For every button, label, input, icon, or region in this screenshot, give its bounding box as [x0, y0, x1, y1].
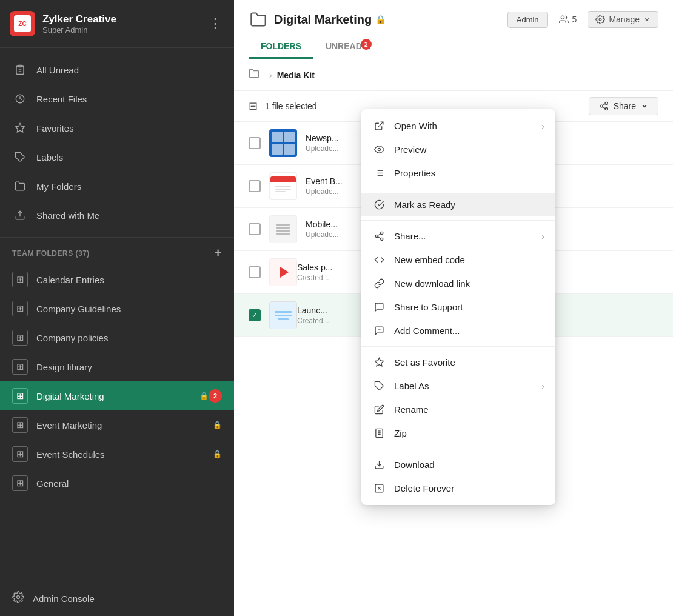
menu-label: New download link: [394, 278, 470, 289]
logo-inner: ZC: [14, 15, 31, 32]
admin-console-item[interactable]: Admin Console: [0, 581, 234, 616]
menu-label: New embed code: [394, 255, 465, 265]
manage-button[interactable]: Manage: [588, 11, 658, 28]
share-icon: [12, 207, 28, 223]
menu-label: Delete Forever: [394, 483, 454, 494]
sidebar-nav: All Unread Recent Files Favorites Labels…: [0, 48, 234, 238]
menu-label: Zip: [394, 428, 407, 438]
sidebar-item-event-marketing[interactable]: ⊞ Event Marketing 🔒: [0, 410, 234, 440]
sidebar-item-label: Recent Files: [36, 94, 87, 104]
svg-point-11: [600, 105, 603, 107]
file-thumbnail: [269, 215, 297, 243]
sidebar-item-company-policies[interactable]: ⊞ Company policies: [0, 323, 234, 352]
menu-label: Rename: [394, 404, 429, 415]
svg-point-16: [378, 148, 380, 150]
sidebar-item-favorites[interactable]: Favorites: [0, 113, 234, 142]
more-options-icon[interactable]: ⋮: [206, 13, 224, 34]
menu-divider: [361, 220, 555, 221]
preview-icon: [372, 144, 386, 155]
breadcrumb: › Media Kit: [234, 59, 673, 91]
sidebar-item-event-schedules[interactable]: ⊞ Event Schedules 🔒: [0, 440, 234, 469]
menu-item-preview[interactable]: Preview: [361, 138, 555, 161]
team-folder-label: Event Schedules: [36, 449, 209, 460]
menu-item-open-with[interactable]: Open With ›: [361, 114, 555, 138]
zip-icon: [270, 216, 296, 243]
menu-item-new-embed-code[interactable]: New embed code: [361, 248, 555, 272]
sidebar-header: ZC Zylker Creative Super Admin ⋮: [0, 0, 234, 48]
page-title: Digital Marketing: [274, 13, 372, 27]
sidebar-item-label: Shared with Me: [36, 210, 99, 221]
menu-label: Preview: [394, 144, 426, 155]
menu-item-properties[interactable]: Properties: [361, 161, 555, 185]
context-menu: Open With › Preview Properties Mark as R…: [361, 109, 555, 505]
members-button[interactable]: 5: [554, 12, 582, 27]
share-button[interactable]: Share: [589, 97, 658, 115]
share-icon: [372, 231, 386, 241]
menu-item-new-download-link[interactable]: New download link: [361, 272, 555, 295]
sidebar-item-all-unread[interactable]: All Unread: [0, 55, 234, 84]
sidebar-item-label: All Unread: [36, 65, 79, 75]
team-folder-label: Event Marketing: [36, 420, 209, 430]
team-folder-label: Company Guidelines: [36, 304, 222, 314]
sidebar-item-company-guidelines[interactable]: ⊞ Company Guidelines: [0, 294, 234, 323]
open-with-icon: [372, 121, 386, 131]
sidebar-item-recent-files[interactable]: Recent Files: [0, 84, 234, 113]
svg-point-25: [380, 238, 383, 240]
sidebar-item-calendar-entries[interactable]: ⊞ Calendar Entries: [0, 265, 234, 294]
menu-item-label-as[interactable]: Label As ›: [361, 374, 555, 398]
file-checkbox[interactable]: ✓: [249, 309, 261, 321]
favorite-icon: [372, 357, 386, 367]
menu-label: Open With: [394, 121, 437, 131]
sidebar: ZC Zylker Creative Super Admin ⋮ All Unr…: [0, 0, 234, 616]
svg-line-13: [602, 107, 605, 109]
team-folder-icon: ⊞: [12, 301, 28, 316]
menu-label: Add Comment...: [394, 326, 460, 336]
menu-item-add-comment[interactable]: Add Comment...: [361, 319, 555, 343]
folder-large-icon: [249, 10, 268, 29]
file-checkbox[interactable]: [249, 266, 261, 278]
sidebar-item-shared-with-me[interactable]: Shared with Me: [0, 201, 234, 230]
admin-button[interactable]: Admin: [507, 12, 548, 28]
svg-line-26: [378, 237, 381, 239]
sidebar-item-labels[interactable]: Labels: [0, 142, 234, 172]
menu-item-rename[interactable]: Rename: [361, 398, 555, 421]
team-folder-icon: ⊞: [12, 475, 28, 491]
star-icon: [12, 120, 28, 136]
comment-icon: [372, 326, 386, 336]
menu-item-delete-forever[interactable]: Delete Forever: [361, 477, 555, 500]
menu-item-share[interactable]: Share... ›: [361, 224, 555, 248]
menu-item-set-as-favorite[interactable]: Set as Favorite: [361, 350, 555, 374]
file-thumbnail: [269, 172, 297, 200]
lock-icon: 🔒: [213, 450, 222, 458]
menu-item-download[interactable]: Download: [361, 453, 555, 477]
sidebar-item-label: Labels: [36, 152, 63, 162]
sidebar-item-general[interactable]: ⊞ General: [0, 469, 234, 498]
lock-icon: 🔒: [375, 15, 386, 24]
org-name: Zylker Creative: [42, 13, 206, 25]
select-all-checkbox[interactable]: ⊟: [249, 99, 258, 113]
manage-label: Manage: [609, 15, 640, 24]
file-checkbox[interactable]: [249, 180, 261, 192]
check-circle-icon: [372, 199, 386, 210]
delete-icon: [372, 483, 386, 494]
event-thumb: [270, 173, 296, 199]
sidebar-item-digital-marketing[interactable]: ⊞ Digital Marketing 🔒 2: [0, 381, 234, 410]
header-top: Digital Marketing 🔒 Admin 5 Manage: [249, 10, 658, 29]
add-team-folder-button[interactable]: +: [215, 246, 222, 260]
sidebar-item-design-library[interactable]: ⊞ Design library: [0, 352, 234, 381]
sidebar-item-my-folders[interactable]: My Folders: [0, 172, 234, 201]
file-checkbox[interactable]: [249, 137, 261, 149]
svg-point-24: [375, 235, 378, 237]
menu-label: Set as Favorite: [394, 357, 455, 367]
tab-folders[interactable]: FOLDERS: [249, 35, 313, 59]
tab-unread[interactable]: UNREAD 2: [313, 35, 374, 59]
menu-item-zip[interactable]: Zip: [361, 421, 555, 445]
chevron-right-icon: ›: [541, 381, 544, 391]
menu-label: Mark as Ready: [394, 199, 455, 210]
file-checkbox[interactable]: [249, 223, 261, 235]
menu-item-mark-as-ready[interactable]: Mark as Ready: [361, 193, 555, 216]
team-folder-label: Calendar Entries: [36, 275, 222, 285]
menu-item-share-to-support[interactable]: Share to Support: [361, 295, 555, 319]
tabs: FOLDERS UNREAD 2: [249, 35, 658, 59]
download-icon: [372, 460, 386, 470]
